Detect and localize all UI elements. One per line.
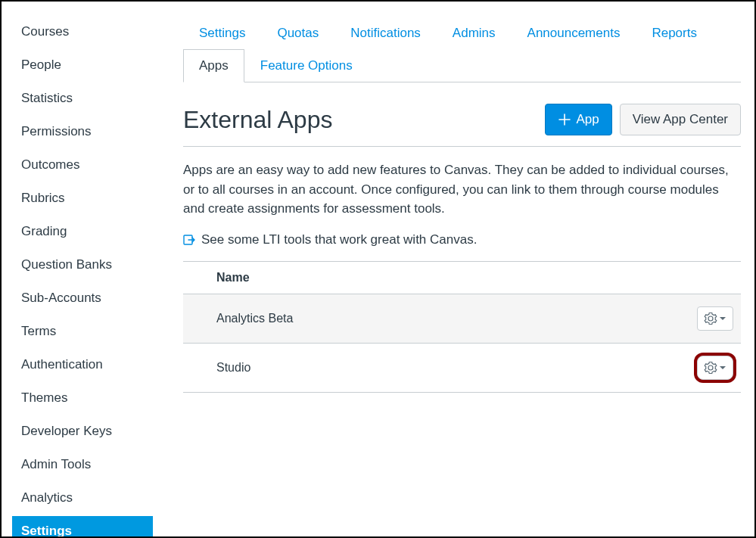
- table-header: Name: [183, 262, 741, 294]
- app-settings-button[interactable]: [697, 306, 733, 331]
- sidebar-item-outcomes[interactable]: Outcomes: [12, 150, 153, 180]
- tab-admins[interactable]: Admins: [437, 17, 512, 50]
- sidebar-item-settings[interactable]: Settings: [12, 516, 153, 538]
- table-row: Studio: [183, 344, 741, 393]
- tab-notifications[interactable]: Notifications: [334, 17, 437, 50]
- sidebar-item-themes[interactable]: Themes: [12, 383, 153, 413]
- sidebar-item-statistics[interactable]: Statistics: [12, 83, 153, 114]
- apps-table: Name Analytics Beta Studio: [183, 261, 741, 393]
- tab-reports[interactable]: Reports: [636, 17, 713, 50]
- add-app-button[interactable]: App: [545, 104, 611, 135]
- sidebar-item-permissions[interactable]: Permissions: [12, 117, 153, 147]
- sidebar-item-people[interactable]: People: [12, 50, 153, 80]
- sidebar-item-sub-accounts[interactable]: Sub-Accounts: [12, 283, 153, 313]
- tab-announcements[interactable]: Announcements: [512, 17, 636, 50]
- sidebar-item-rubrics[interactable]: Rubrics: [12, 183, 153, 213]
- lti-tools-link[interactable]: See some LTI tools that work great with …: [183, 232, 741, 247]
- gear-icon: [704, 361, 717, 375]
- sidebar-item-admin-tools[interactable]: Admin Tools: [12, 449, 153, 480]
- tabs: Settings Quotas Notifications Admins Ann…: [183, 17, 741, 82]
- plus-icon: [558, 113, 571, 126]
- sidebar-item-authentication[interactable]: Authentication: [12, 350, 153, 380]
- sidebar-item-terms[interactable]: Terms: [12, 316, 153, 347]
- tab-feature-options[interactable]: Feature Options: [244, 49, 369, 82]
- sidebar-item-grading[interactable]: Grading: [12, 216, 153, 247]
- tab-quotas[interactable]: Quotas: [261, 17, 334, 50]
- view-app-center-button[interactable]: View App Center: [620, 104, 741, 135]
- column-name: Name: [216, 271, 250, 285]
- main-content: Settings Quotas Notifications Admins Ann…: [153, 2, 754, 536]
- tab-apps[interactable]: Apps: [183, 49, 244, 82]
- app-settings-button[interactable]: [697, 356, 733, 380]
- page-title: External Apps: [183, 106, 332, 134]
- sidebar-item-courses[interactable]: Courses: [12, 17, 153, 47]
- app-name: Studio: [216, 361, 250, 375]
- sidebar-item-analytics[interactable]: Analytics: [12, 483, 153, 513]
- page-header: External Apps App View App Center: [183, 104, 741, 147]
- sidebar-item-developer-keys[interactable]: Developer Keys: [12, 416, 153, 446]
- sidebar: Courses People Statistics Permissions Ou…: [2, 2, 153, 536]
- description-text: Apps are an easy way to add new features…: [183, 160, 741, 219]
- app-name: Analytics Beta: [216, 312, 293, 325]
- caret-down-icon: [719, 315, 726, 322]
- table-row: Analytics Beta: [183, 294, 741, 344]
- gear-icon: [704, 312, 717, 325]
- caret-down-icon: [719, 364, 726, 372]
- lti-link-text: See some LTI tools that work great with …: [201, 232, 477, 247]
- header-actions: App View App Center: [545, 104, 741, 135]
- sidebar-item-question-banks[interactable]: Question Banks: [12, 250, 153, 280]
- tab-settings[interactable]: Settings: [183, 17, 261, 50]
- external-link-icon: [183, 234, 197, 246]
- add-app-label: App: [576, 112, 599, 127]
